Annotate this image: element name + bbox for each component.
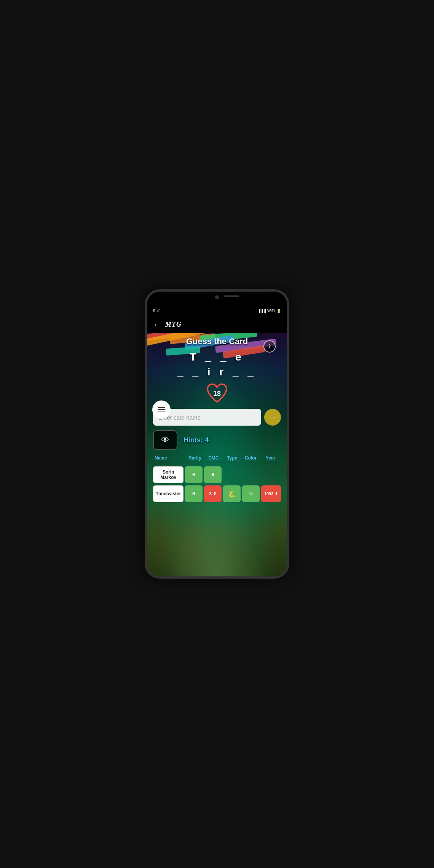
cell-name-1: Sorin Markov [153, 466, 183, 483]
menu-line-2 [158, 409, 165, 410]
app-title: MTG [165, 321, 182, 329]
menu-button[interactable] [152, 400, 171, 419]
word-display: T _ _ e _ _ i r _ _ [177, 349, 257, 379]
guess-row-1: Sorin Markov R 6 [153, 466, 281, 483]
cell-color-1 [242, 466, 260, 483]
col-header-cmc: CMC [204, 455, 223, 461]
cell-year-1 [261, 466, 281, 483]
col-header-year: Year [260, 455, 281, 461]
cell-cmc-1: 6 [204, 466, 222, 483]
cell-rarity-2: R [185, 485, 203, 502]
eye-icon: 👁 [161, 435, 169, 445]
nav-bar: ← MTG [147, 316, 287, 333]
cell-year-2: 1993 ⬆ [261, 485, 281, 502]
cell-color-2: U [242, 485, 260, 502]
input-row: → [153, 409, 281, 426]
heart-badge: 18 [205, 383, 229, 404]
lives-count: 18 [213, 390, 221, 398]
word-line-1: T _ _ e [177, 349, 257, 364]
speaker-notch [224, 295, 239, 297]
submit-button[interactable]: → [264, 409, 281, 426]
hints-count: 4 [205, 436, 209, 444]
menu-line-1 [158, 407, 165, 408]
hints-label-text: Hints: [183, 436, 203, 444]
guess-row-2: Timetwister R 3 ⬆ 🐍 U 1993 ⬆ [153, 485, 281, 502]
wifi-icon: WiFi [267, 309, 275, 313]
lives-display: 18 [205, 383, 229, 404]
menu-line-3 [158, 412, 165, 412]
phone-notch [147, 292, 287, 305]
cell-type-1 [223, 466, 241, 483]
col-header-type: Type [223, 455, 241, 461]
hints-display: Hints: 4 [183, 436, 209, 444]
col-header-rarity: Rarity [186, 455, 204, 461]
phone-shell: 9:41 ▐▐▐ WiFi 🔋 ← MTG [145, 289, 289, 579]
signal-icon: ▐▐▐ [258, 309, 266, 313]
word-line-2: _ _ i r _ _ [177, 364, 257, 379]
camera-notch [215, 295, 219, 299]
main-content: Guess the Card ℹ T _ _ e _ _ i r _ _ 18 [147, 333, 287, 504]
col-header-color: Color [241, 455, 260, 461]
table-header: Name Rarity CMC Type Color Year [153, 454, 281, 463]
battery-icon: 🔋 [276, 309, 281, 313]
info-button[interactable]: ℹ [263, 340, 276, 353]
game-area: Guess the Card ℹ T _ _ e _ _ i r _ _ 18 [147, 333, 287, 579]
reveal-button[interactable]: 👁 [153, 430, 177, 450]
cell-type-2: 🐍 [223, 485, 241, 502]
guesses-table: Name Rarity CMC Type Color Year Sorin Ma… [153, 454, 281, 504]
back-button[interactable]: ← [153, 320, 161, 329]
cell-name-2: Timetwister [153, 485, 183, 502]
bottom-controls: 👁 Hints: 4 [153, 430, 281, 450]
status-bar: 9:41 ▐▐▐ WiFi 🔋 [147, 305, 287, 316]
time-display: 9:41 [153, 308, 161, 313]
page-title: Guess the Card [186, 337, 248, 346]
col-header-name: Name [153, 455, 186, 461]
cell-rarity-1: R [185, 466, 203, 483]
arrow-right-icon: → [269, 413, 276, 422]
cell-cmc-2: 3 ⬆ [204, 485, 222, 502]
